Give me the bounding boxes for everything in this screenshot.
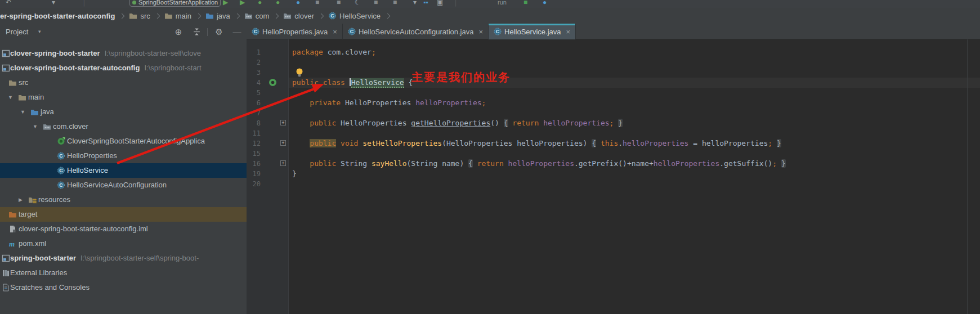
code-line-12[interactable]: public void setHelloProperties(HelloProp… [292,138,781,149]
spring-bean-gutter-icon[interactable] [269,78,277,87]
tree-item-com-clover[interactable]: ▼com.clover [0,119,247,134]
settings-button[interactable]: ⚙ [214,27,224,37]
tree-item-label: HelloService [67,166,108,174]
fold-marker[interactable]: + [280,160,286,166]
run-icon[interactable]: ▶ [223,0,228,6]
tree-item-main[interactable]: ▼main [0,90,247,105]
run-configuration-select[interactable]: SpringBootStarterApplication [129,0,221,7]
night-mode-icon[interactable]: ☾ [355,0,361,6]
tab-helloserviceautoconfiguration-java[interactable]: CHelloServiceAutoConfiguration.java× [343,24,489,39]
tree-item-helloserviceautoconfiguration[interactable]: CHelloServiceAutoConfiguration [0,178,247,192]
tree-item-spring-boot-starter[interactable]: spring-boot-starterI:\springboot-starter… [0,251,247,266]
run-anything-icon[interactable]: ● [276,0,280,6]
tree-item-java[interactable]: ▼java [0,105,247,119]
breadcrumb-item-src[interactable]: src [129,12,150,20]
expanded-arrow-icon[interactable]: ▼ [20,109,25,115]
tree-item-label: src [19,78,28,87]
stop-icon[interactable]: ■ [315,0,319,6]
class-icon: C [494,28,502,35]
tree-item-pom-xml[interactable]: mpom.xml [0,236,247,251]
tree-item-src[interactable]: src [0,75,247,90]
chevron-separator-icon [234,13,240,19]
debug-icon[interactable]: ● [296,0,300,6]
fold-marker[interactable]: + [280,120,286,125]
folder-icon [164,12,173,20]
tab-label: HelloService.java [504,28,561,36]
tool-icon-3[interactable]: ■ [393,0,397,6]
line-number: 16 [247,159,261,169]
tab-helloservice-java[interactable]: CHelloService.java× [489,24,576,39]
project-title-dropdown-icon[interactable]: ▾ [38,29,41,34]
editor-body[interactable]: 1package com.clover;234public class Hell… [247,39,980,314]
folder-excluded-icon [8,210,17,218]
breadcrumb-item-helloservice[interactable]: CHelloService [328,12,381,20]
collapsed-arrow-icon[interactable]: ▶ [19,197,23,203]
tree-item-label: HelloProperties [67,151,117,160]
run-coverage-icon[interactable]: ▶ [240,0,245,6]
spring-boot-icon [132,1,136,5]
module-path: I:\springboot-starter-self\clove [105,49,201,57]
class-icon: C [252,28,259,35]
tab-label: HelloProperties.java [262,28,328,36]
collapse-all-button[interactable] [191,28,202,38]
expanded-arrow-icon[interactable]: ▼ [33,124,38,129]
line-number: 11 [247,128,261,138]
main-area: Project ▾ ⊕ ⚙ — clover-spring-boot-start… [0,24,980,314]
iml-file-icon [8,225,17,233]
code-line-1[interactable]: package com.clover; [292,47,376,57]
ide-window: SpringBootStarterApplication run ↶▾│▶▶●●… [0,0,980,314]
main-toolbar: SpringBootStarterApplication run ↶▾│▶▶●●… [0,0,980,8]
sync-icon[interactable]: ● [543,0,547,6]
chevron-separator-icon [319,13,324,19]
tree-item-clover-spring-boot-starter-autoconfig[interactable]: clover-spring-boot-starter-autoconfigI:\… [0,61,247,75]
breadcrumb-item-java[interactable]: java [205,12,230,20]
tree-item-label: External Libraries [10,268,67,277]
breakpoints-icon[interactable]: ▪▪ [423,0,428,6]
tree-item-scratches-and-consoles[interactable]: Scratches and Consoles [0,280,247,295]
expanded-arrow-icon[interactable]: ▼ [8,95,13,100]
tab-helloproperties-java[interactable]: CHelloProperties.java× [247,24,343,39]
folder-icon [129,12,137,20]
tree-item-target[interactable]: target [0,207,247,222]
breadcrumb-item-com[interactable]: com [244,12,270,20]
breadcrumb-bar: er-spring-boot-starter-autoconfigsrcmain… [0,8,980,24]
breadcrumb-label: er-spring-boot-starter-autoconfig [0,12,115,20]
tree-item-helloproperties[interactable]: CHelloProperties [0,149,247,163]
hide-panel-button[interactable]: — [232,27,242,37]
breadcrumb-item-main[interactable]: main [164,12,191,20]
tree-item-resources[interactable]: ▶resources [0,192,247,207]
module-path: I:\springboot-starter-self\spring-boot- [80,254,199,262]
code-line-6[interactable]: private HelloProperties helloProperties; [292,98,486,108]
build-status-icon[interactable]: ■ [523,0,527,6]
tree-item-cloverspringbootstarterautoconfigapplica[interactable]: CloverSpringBootStarterAutoconfigApplica [0,134,247,149]
code-line-19[interactable]: } [292,169,297,179]
chevron-down-icon[interactable]: ▾ [52,0,55,6]
tree-item-clover-spring-boot-starter-autoconfig-im[interactable]: clover-spring-boot-starter-autoconfig.im… [0,222,247,236]
undo-icon[interactable]: ↶ [6,0,11,6]
intention-bulb-icon[interactable] [295,68,304,78]
tool-icon[interactable]: ■ [337,0,341,6]
tree-item-helloservice[interactable]: CHelloService [0,163,247,178]
close-tab-icon[interactable]: × [478,28,483,36]
svg-text:C: C [59,153,63,159]
breadcrumb-item-clover[interactable]: clover [283,12,314,20]
folder-blue-icon [30,108,39,116]
tab-label: HelloServiceAutoConfiguration.java [359,28,474,36]
close-tab-icon[interactable]: × [566,28,570,36]
fold-marker[interactable]: + [280,140,286,146]
code-line-16[interactable]: public String sayHello(String name) { re… [292,159,786,169]
profiler-icon[interactable]: ● [258,0,262,6]
chevron-down-icon-2[interactable]: ▾ [413,0,417,6]
code-line-4[interactable]: public class HelloService { [292,78,413,88]
breadcrumb-item-er-spring-boot-starter-autoconfig[interactable]: er-spring-boot-starter-autoconfig [0,12,115,20]
tool-icon-2[interactable]: ■ [374,0,378,6]
code-line-8[interactable]: public HelloProperties getHelloPropertie… [292,118,623,128]
locate-button[interactable]: ⊕ [173,27,184,37]
close-tab-icon[interactable]: × [333,28,337,36]
right-margin-guide [967,39,968,314]
module-icon [2,64,10,72]
tree-item-clover-spring-boot-starter[interactable]: clover-spring-boot-starterI:\springboot-… [0,46,247,61]
chevron-separator-icon [385,13,391,19]
save-all-icon[interactable]: ▣ [437,0,443,6]
tree-item-external-libraries[interactable]: External Libraries [0,266,247,280]
